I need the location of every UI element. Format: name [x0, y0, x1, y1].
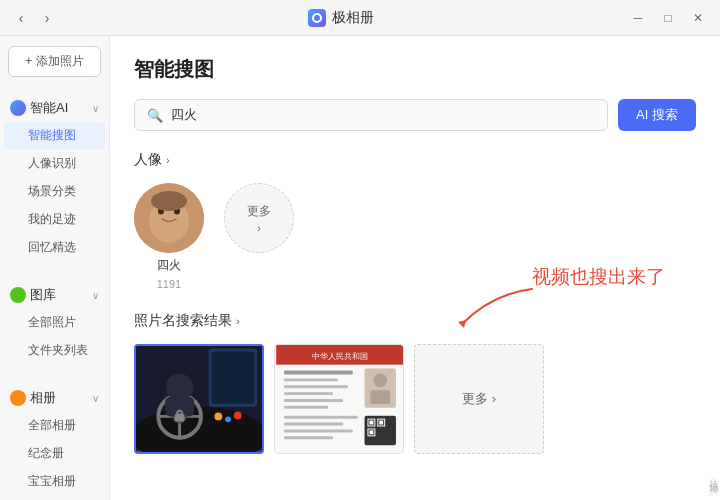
svg-rect-31 [284, 399, 343, 402]
more-arrow-icon: › [257, 222, 261, 234]
photo-section-title: 照片名搜索结果 [134, 312, 232, 330]
sidebar-item-smart-search[interactable]: 智能搜图 [4, 122, 105, 149]
person-avatar-sihuuo [134, 183, 204, 253]
svg-rect-48 [284, 429, 353, 432]
search-input-wrap: 🔍 [134, 99, 608, 131]
ai-section-arrow: ∨ [92, 103, 99, 114]
person-section-title: 人像 [134, 151, 162, 169]
sidebar: + 添加照片 智能AI ∨ 智能搜图 人像识别 场景分类 我的足迹 回忆精选 图… [0, 36, 110, 500]
search-icon: 🔍 [147, 108, 163, 123]
more-photos-label: 更多 › [462, 390, 496, 408]
sidebar-item-all-albums[interactable]: 全部相册 [4, 412, 105, 439]
library-section-arrow: ∨ [92, 290, 99, 301]
person-section-arrow: › [166, 154, 170, 166]
sidebar-item-baby-album[interactable]: 宝宝相册 [4, 468, 105, 495]
svg-rect-35 [370, 390, 390, 404]
titlebar-left: ‹ › [0, 7, 58, 29]
svg-point-22 [234, 412, 242, 420]
add-photo-button[interactable]: + 添加照片 [8, 46, 101, 77]
sidebar-section-ai-header[interactable]: 智能AI ∨ [0, 95, 109, 121]
library-section-label: 图库 [30, 286, 88, 304]
maximize-button[interactable]: □ [654, 7, 682, 29]
svg-text:中华人民共和国: 中华人民共和国 [312, 352, 368, 361]
album-section-icon [10, 390, 26, 406]
svg-rect-45 [369, 430, 373, 434]
svg-rect-23 [175, 413, 185, 421]
photo-grid: 中华人民共和国 [134, 344, 696, 454]
svg-rect-28 [284, 378, 338, 381]
svg-point-6 [150, 210, 158, 216]
svg-rect-27 [284, 371, 353, 375]
doc-svg: 中华人民共和国 [275, 345, 404, 453]
svg-rect-19 [212, 351, 255, 403]
svg-point-34 [373, 373, 387, 387]
svg-rect-49 [284, 436, 333, 439]
sidebar-section-album-header[interactable]: 相册 ∨ [0, 385, 109, 411]
minimize-button[interactable]: ─ [624, 7, 652, 29]
back-button[interactable]: ‹ [10, 7, 32, 29]
sidebar-item-file-list[interactable]: 文件夹列表 [4, 337, 105, 364]
person-section-header[interactable]: 人像 › [134, 151, 696, 169]
sidebar-item-scene-class[interactable]: 场景分类 [4, 178, 105, 205]
close-button[interactable]: ✕ [684, 7, 712, 29]
svg-point-7 [180, 210, 188, 216]
album-section-arrow: ∨ [92, 393, 99, 404]
photo-thumb-car[interactable] [134, 344, 264, 454]
svg-point-21 [225, 416, 231, 422]
search-bar: 🔍 AI 搜索 [134, 99, 696, 131]
person-cards: 四火 1191 更多 › [134, 183, 696, 290]
ai-section-icon [10, 100, 26, 116]
svg-point-16 [166, 374, 193, 401]
car-interior-svg [136, 346, 262, 452]
svg-rect-47 [284, 423, 343, 426]
sidebar-item-family-album[interactable]: 家庭相册 [4, 496, 105, 500]
content-area: 智能搜图 🔍 AI 搜索 人像 › [110, 36, 720, 500]
sidebar-item-all-photos[interactable]: 全部照片 [4, 309, 105, 336]
forward-button[interactable]: › [36, 7, 58, 29]
nav-buttons: ‹ › [10, 7, 58, 29]
more-card: 更多 › [224, 183, 294, 253]
sidebar-section-library: 图库 ∨ 全部照片 文件夹列表 [0, 274, 109, 369]
photo-section-header[interactable]: 照片名搜索结果 › [134, 312, 696, 330]
person-card-sihuuo[interactable]: 四火 1191 [134, 183, 204, 290]
library-section-icon [10, 287, 26, 303]
sidebar-section-ai: 智能AI ∨ 智能搜图 人像识别 场景分类 我的足迹 回忆精选 [0, 87, 109, 266]
titlebar: ‹ › 极相册 ─ □ ✕ [0, 0, 720, 36]
svg-rect-30 [284, 392, 333, 395]
sidebar-item-face-recog[interactable]: 人像识别 [4, 150, 105, 177]
car-photo-visual [136, 346, 262, 452]
titlebar-right: ─ □ ✕ [624, 7, 720, 29]
person-name-sihuuo: 四火 [157, 257, 181, 274]
watermark: 什么值得买 [706, 470, 720, 480]
svg-rect-39 [369, 421, 373, 425]
svg-rect-42 [379, 421, 383, 425]
svg-point-20 [215, 413, 223, 421]
sidebar-section-library-header[interactable]: 图库 ∨ [0, 282, 109, 308]
svg-rect-46 [284, 416, 358, 419]
svg-rect-29 [284, 385, 348, 388]
app-title: 极相册 [332, 9, 374, 27]
svg-rect-32 [284, 406, 328, 409]
titlebar-center: 极相册 [308, 9, 374, 27]
ai-section-label: 智能AI [30, 99, 88, 117]
sidebar-item-memory[interactable]: 回忆精选 [4, 234, 105, 261]
person-card-more[interactable]: 更多 › [224, 183, 294, 290]
svg-point-5 [151, 191, 187, 211]
page-title: 智能搜图 [134, 56, 696, 83]
sidebar-item-footprint[interactable]: 我的足迹 [4, 206, 105, 233]
sidebar-item-memorial[interactable]: 纪念册 [4, 440, 105, 467]
more-label: 更多 [247, 203, 271, 220]
photo-thumb-doc[interactable]: 中华人民共和国 [274, 344, 404, 454]
main-layout: + 添加照片 智能AI ∨ 智能搜图 人像识别 场景分类 我的足迹 回忆精选 图… [0, 36, 720, 500]
photo-section-arrow: › [236, 315, 240, 327]
ai-search-button[interactable]: AI 搜索 [618, 99, 696, 131]
sidebar-section-album: 相册 ∨ 全部相册 纪念册 宝宝相册 家庭相册 [0, 377, 109, 500]
more-photos-button[interactable]: 更多 › [414, 344, 544, 454]
baby-face-svg [134, 183, 204, 253]
search-input[interactable] [171, 108, 595, 123]
person-count-sihuuo: 1191 [157, 278, 181, 290]
app-icon [308, 9, 326, 27]
album-section-label: 相册 [30, 389, 88, 407]
